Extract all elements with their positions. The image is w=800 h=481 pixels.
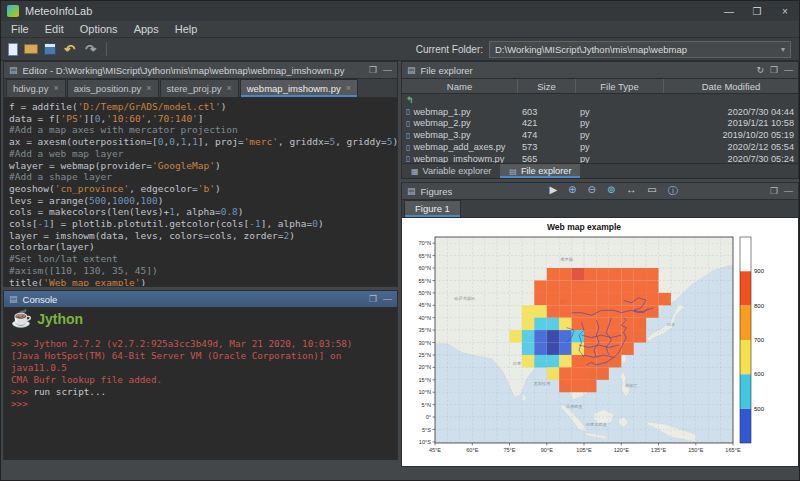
file-table-header: NameSizeFile TypeDate Modified xyxy=(402,79,798,94)
svg-text:55°N: 55°N xyxy=(419,278,432,284)
new-script-icon[interactable] xyxy=(8,43,18,56)
code-editor[interactable]: f = addfile('D:/Temp/GrADS/model.ctl')da… xyxy=(4,98,397,286)
zoom-in-icon[interactable]: ⊕ xyxy=(568,184,576,198)
float-panel-icon[interactable]: ❐ xyxy=(770,186,778,196)
svg-text:0°: 0° xyxy=(426,414,431,420)
svg-text:Web map example: Web map example xyxy=(547,222,621,232)
console-line: >>> Jython 2.7.2 (v2.7.2:925a3cc3b49d, M… xyxy=(11,338,390,350)
svg-text:10°S: 10°S xyxy=(419,439,431,445)
code-line: #Add a shape layer xyxy=(9,171,397,183)
console-line: >>> run script... xyxy=(11,386,390,398)
svg-text:75°E: 75°E xyxy=(503,447,515,453)
minimize-button[interactable]: — xyxy=(715,1,743,21)
code-line: colorbar(layer) xyxy=(9,241,397,253)
editor-tab-bar: hdivg.py×axis_position.py×stere_proj.py×… xyxy=(4,79,397,98)
tab-file-explorer[interactable]: ▤File explorer xyxy=(500,164,580,178)
figure-canvas: 俄罗斯哈萨克斯坦蒙古日本印度孟加拉湾菲律宾马来西亚印度尼西亚45°E60°E75… xyxy=(402,218,798,466)
file-explorer-panel: ▤ File explorer ↻ ❐ — NameSizeFile TypeD… xyxy=(401,61,799,179)
minimize-panel-icon[interactable]: — xyxy=(784,186,793,196)
select-tool-icon[interactable]: ▶ xyxy=(549,184,557,198)
console-line: >>> xyxy=(11,398,390,410)
full-extent-icon[interactable]: ▭ xyxy=(647,184,656,198)
column-header-name[interactable]: Name xyxy=(402,79,518,93)
editor-tab-axis-position-py[interactable]: axis_position.py× xyxy=(67,79,159,97)
float-panel-icon[interactable]: ❐ xyxy=(369,294,377,304)
save-icon[interactable] xyxy=(44,43,56,55)
undo-icon[interactable]: ↶ xyxy=(62,42,77,57)
figures-panel-icon: ▤ xyxy=(407,186,416,196)
editor-tab-hdivg-py[interactable]: hdivg.py× xyxy=(6,79,66,97)
svg-text:900: 900 xyxy=(754,268,765,274)
figures-panel-title: Figures xyxy=(421,186,453,197)
float-panel-icon[interactable]: ❐ xyxy=(369,65,377,75)
code-line: f = addfile('D:/Temp/GrADS/model.ctl') xyxy=(9,101,397,113)
code-line: geoshow('cn_province', edgecolor='b') xyxy=(9,183,397,195)
tab-variable-explorer[interactable]: ▦Variable explorer xyxy=(402,164,500,178)
code-line: data = f['PS'][0,'10:60','70:140'] xyxy=(9,113,397,125)
file-row[interactable]: ▯webmap_3.py 474 py 2019/10/20 05:19 xyxy=(402,129,798,141)
svg-text:20°N: 20°N xyxy=(419,364,432,370)
editor-panel: ▤ Editor - D:\Working\MIScript\Jython\mi… xyxy=(3,61,398,287)
web-map-figure[interactable]: 俄罗斯哈萨克斯坦蒙古日本印度孟加拉湾菲律宾马来西亚印度尼西亚45°E60°E75… xyxy=(402,218,798,466)
globe-icon[interactable]: ⊚ xyxy=(607,184,615,198)
column-header-size[interactable]: Size xyxy=(518,79,576,93)
minimize-panel-icon[interactable]: — xyxy=(383,294,392,304)
menu-file[interactable]: File xyxy=(3,23,37,35)
svg-text:俄罗斯: 俄罗斯 xyxy=(560,257,573,262)
close-tab-icon[interactable]: × xyxy=(346,80,351,97)
svg-text:35°N: 35°N xyxy=(419,327,432,333)
menu-help[interactable]: Help xyxy=(167,23,206,35)
editor-tab-webmap-imshowm-py[interactable]: webmap_imshowm.py× xyxy=(240,79,358,97)
code-line: #Set lon/lat extent xyxy=(9,253,397,265)
up-folder-icon: ↰ xyxy=(406,95,414,105)
svg-text:45°E: 45°E xyxy=(429,447,441,453)
svg-text:60°E: 60°E xyxy=(466,447,478,453)
code-line: wlayer = webmap(provider='GoogleMap') xyxy=(9,160,397,172)
identify-icon[interactable]: ⓘ xyxy=(668,184,678,198)
console-output[interactable]: ☕ Jython >>> Jython 2.7.2 (v2.7.2:925a3c… xyxy=(4,308,397,459)
column-header-file-type[interactable]: File Type xyxy=(576,79,664,93)
svg-text:70°N: 70°N xyxy=(419,240,432,246)
svg-text:日本: 日本 xyxy=(667,322,676,327)
title-bar: MeteoInfoLab — ❐ × xyxy=(1,1,799,21)
pan-icon[interactable]: ↔ xyxy=(626,184,636,198)
code-line: title('Web map example') xyxy=(9,277,397,286)
refresh-icon[interactable]: ↻ xyxy=(756,65,764,75)
svg-text:40°N: 40°N xyxy=(419,315,432,321)
file-row[interactable]: ▯webmap_add_axes.py 573 py 2020/2/12 05:… xyxy=(402,141,798,153)
menu-edit[interactable]: Edit xyxy=(37,23,72,35)
chevron-down-icon[interactable]: ▾ xyxy=(781,45,785,54)
figure-tab-bar: Figure 1 xyxy=(402,200,798,218)
menu-options[interactable]: Options xyxy=(72,23,126,35)
close-tab-icon[interactable]: × xyxy=(146,80,151,97)
svg-text:5°S: 5°S xyxy=(422,427,431,433)
close-button[interactable]: × xyxy=(771,1,799,21)
zoom-out-icon[interactable]: ⊖ xyxy=(587,184,595,198)
minimize-panel-icon[interactable]: — xyxy=(784,65,793,75)
svg-text:菲律宾: 菲律宾 xyxy=(625,383,638,388)
parent-folder-row[interactable]: ↰ xyxy=(402,94,798,106)
editor-tab-stere-proj-py[interactable]: stere_proj.py× xyxy=(160,79,239,97)
column-header-date-modified[interactable]: Date Modified xyxy=(664,79,798,93)
float-panel-icon[interactable]: ❐ xyxy=(770,65,778,75)
tab-figure-1[interactable]: Figure 1 xyxy=(404,200,461,217)
file-explorer-title: File explorer xyxy=(421,65,473,76)
file-row[interactable]: ▯webmap_2.py 421 py 2019/1/21 10:58 xyxy=(402,118,798,130)
svg-text:30°N: 30°N xyxy=(419,340,432,346)
redo-icon[interactable]: ↷ xyxy=(83,42,98,57)
open-file-icon[interactable] xyxy=(24,44,38,54)
code-line: cols[-1] = plotlib.plotutil.getcolor(col… xyxy=(9,218,397,230)
file-explorer-icon: ▤ xyxy=(509,167,517,176)
console-panel: ▤ Console ❐ — ☕ Jython >>> Jython 2.7.2 … xyxy=(3,290,398,460)
close-tab-icon[interactable]: × xyxy=(226,80,231,97)
close-tab-icon[interactable]: × xyxy=(53,80,58,97)
maximize-button[interactable]: ❐ xyxy=(743,1,771,21)
svg-text:120°E: 120°E xyxy=(614,447,630,453)
file-row[interactable]: ▯webmap_1.py 603 py 2020/7/30 04:44 xyxy=(402,106,798,118)
svg-text:135°E: 135°E xyxy=(651,447,667,453)
console-panel-title: Console xyxy=(23,294,58,305)
current-folder-combobox[interactable]: D:\Working\MIScript\Jython\mis\map\webma… xyxy=(489,41,791,58)
figures-panel-header: ▤ Figures ▶⊕⊖⊚↔▭ⓘ ❐ — xyxy=(402,183,798,200)
minimize-panel-icon[interactable]: — xyxy=(383,65,392,75)
menu-apps[interactable]: Apps xyxy=(126,23,167,35)
